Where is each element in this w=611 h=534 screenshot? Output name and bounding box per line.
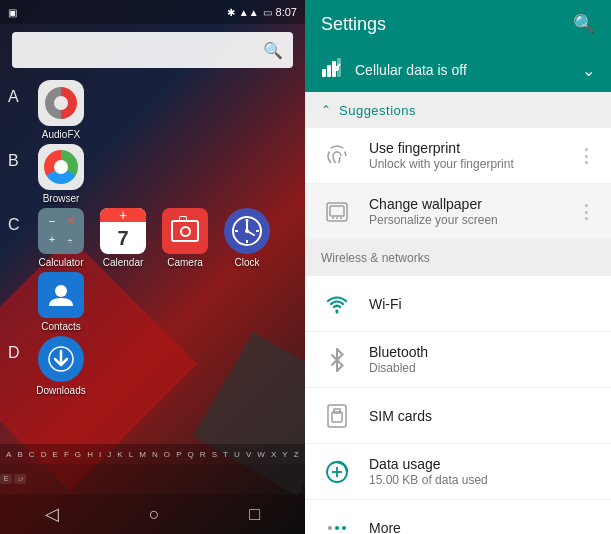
back-button[interactable]: ◁ [45,503,59,525]
alpha-i[interactable]: I [99,450,101,459]
alpha-k[interactable]: K [117,450,122,459]
section-c-cont: Contacts [8,272,297,332]
status-left-icons: ▣ [8,7,17,18]
section-b: B Browser [8,144,297,204]
settings-panel: Settings 🔍 Cellular data is off ⌄ [305,0,611,534]
app-browser[interactable]: Browser [32,144,90,204]
status-right-icons: ✱ ▲▲ ▭ 8:07 [227,6,297,18]
wallpaper-subtitle: Personalize your screen [369,213,561,227]
letter-empty [8,272,32,280]
downloads-icon [38,336,84,382]
alpha-b[interactable]: B [17,450,22,459]
alpha-x[interactable]: X [271,450,276,459]
app-calculator[interactable]: − ✕ + ÷ Calculator [32,208,90,268]
clock-icon [224,208,270,254]
home-button[interactable]: ○ [149,504,160,525]
svg-point-30 [328,526,332,530]
alpha-u[interactable]: U [234,450,240,459]
alpha-p[interactable]: P [176,450,181,459]
wallpaper-icon [321,196,353,228]
keyboard-area: E▱ [0,464,305,494]
alphabet-bar[interactable]: A B C D E F G H I J K L M N O P Q R S T … [0,444,305,464]
signal-icon: ▲▲ [239,7,259,18]
data-usage-item[interactable]: Data usage 15.00 KB of data used [305,444,611,500]
search-bar[interactable]: 🔍 [12,32,293,68]
app-audiofx[interactable]: AudioFX [32,80,90,140]
cellular-banner[interactable]: Cellular data is off ⌄ [305,48,611,92]
letter-b: B [8,144,32,170]
alpha-z[interactable]: Z [294,450,299,459]
cellular-text: Cellular data is off [355,62,467,78]
bluetooth-icon [321,344,353,376]
fingerprint-subtitle: Unlock with your fingerprint [369,157,561,171]
app-downloads[interactable]: Downloads [32,336,90,396]
suggestions-chevron-icon: ⌃ [321,103,331,117]
alpha-s[interactable]: S [212,450,217,459]
recents-button[interactable]: □ [249,504,260,525]
svg-rect-11 [322,69,326,77]
wifi-text: Wi-Fi [369,296,595,312]
alpha-t[interactable]: T [223,450,228,459]
wifi-title: Wi-Fi [369,296,595,312]
settings-search-icon[interactable]: 🔍 [573,13,595,35]
letter-d: D [8,336,32,362]
wireless-section-header: Wireless & networks [305,240,611,276]
wifi-item[interactable]: Wi-Fi [305,276,611,332]
wallpaper-more-icon[interactable]: ⋮ [577,201,595,223]
alpha-y[interactable]: Y [282,450,287,459]
calculator-icon: − ✕ + ÷ [38,208,84,254]
alpha-j[interactable]: J [107,450,111,459]
alpha-m[interactable]: M [139,450,146,459]
alpha-l[interactable]: L [129,450,133,459]
sim-cards-item[interactable]: SIM cards [305,388,611,444]
calendar-icon: + 7 [100,208,146,254]
alpha-g[interactable]: G [75,450,81,459]
calculator-label: Calculator [38,257,83,268]
alpha-f[interactable]: F [64,450,69,459]
alpha-h[interactable]: H [87,450,93,459]
wallpaper-title: Change wallpaper [369,196,561,212]
alpha-c[interactable]: C [29,450,35,459]
bluetooth-text: Bluetooth Disabled [369,344,595,375]
alpha-v[interactable]: V [246,450,251,459]
svg-point-8 [55,285,67,297]
notification-icon: ▣ [8,7,17,18]
fingerprint-item[interactable]: Use fingerprint Unlock with your fingerp… [305,128,611,184]
status-bar: ▣ ✱ ▲▲ ▭ 8:07 [0,0,305,24]
cellular-left: Cellular data is off [321,57,467,84]
alpha-n[interactable]: N [152,450,158,459]
alpha-a[interactable]: A [6,450,11,459]
bluetooth-item[interactable]: Bluetooth Disabled [305,332,611,388]
section-a: A AudioFX [8,80,297,140]
wallpaper-item[interactable]: Change wallpaper Personalize your screen… [305,184,611,240]
alpha-d[interactable]: D [41,450,47,459]
app-contacts[interactable]: Contacts [32,272,90,332]
cellular-chevron-icon: ⌄ [582,61,595,80]
audiofx-icon [38,80,84,126]
clock-display: 8:07 [276,6,297,18]
wallpaper-text: Change wallpaper Personalize your screen [369,196,561,227]
svg-rect-26 [334,409,340,413]
svg-rect-19 [330,206,344,216]
app-camera[interactable]: Camera [156,208,214,268]
calendar-label: Calendar [103,257,144,268]
section-d: D Downloads [8,336,297,396]
alpha-r[interactable]: R [200,450,206,459]
app-calendar[interactable]: + 7 Calendar [94,208,152,268]
navigation-bar: ◁ ○ □ [0,494,305,534]
settings-content: ⌃ Suggestions Use fingerprint Unlock wit… [305,92,611,534]
home-screen: ▣ ✱ ▲▲ ▭ 8:07 🔍 A [0,0,305,534]
more-item[interactable]: More [305,500,611,534]
app-clock[interactable]: Clock [218,208,276,268]
alpha-w[interactable]: W [257,450,265,459]
suggestions-header[interactable]: ⌃ Suggestions [305,92,611,128]
alpha-o[interactable]: O [164,450,170,459]
battery-icon: ▭ [263,7,272,18]
section-c: C − ✕ + ÷ Calculator [8,208,297,268]
contacts-label: Contacts [41,321,80,332]
fingerprint-more-icon[interactable]: ⋮ [577,145,595,167]
alpha-e[interactable]: E [53,450,58,459]
alpha-q[interactable]: Q [188,450,194,459]
more-dots-icon [321,512,353,534]
audiofx-label: AudioFX [42,129,80,140]
